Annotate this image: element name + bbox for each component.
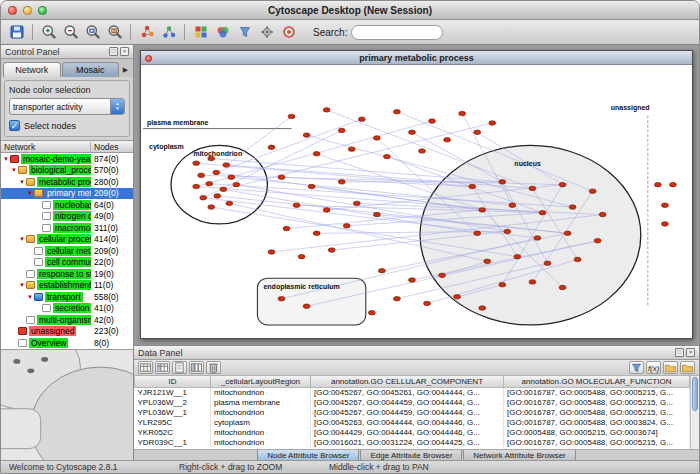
node[interactable]: [409, 130, 416, 134]
network-window-close-icon[interactable]: [145, 55, 152, 62]
table-cell[interactable]: [GO:0045267, GO:0044459, GO:0044444, G..…: [311, 407, 504, 417]
close-data-panel-icon[interactable]: [686, 348, 695, 357]
node[interactable]: [484, 259, 491, 263]
node[interactable]: [220, 187, 227, 191]
node[interactable]: [293, 203, 300, 207]
node[interactable]: [223, 163, 230, 167]
new-attribute-icon[interactable]: [172, 361, 187, 374]
edge[interactable]: [226, 116, 291, 165]
node[interactable]: [233, 182, 240, 186]
table-cell[interactable]: YDR039C__1: [135, 437, 211, 447]
table-cell[interactable]: [GO:0045267, GO:0044459, GO:0044444, G..…: [311, 397, 504, 407]
table-row[interactable]: YJR121W__1mitochondrion[GO:0045267, GO:0…: [135, 387, 690, 397]
node[interactable]: [373, 136, 380, 140]
column-header-cellularlayoutregion[interactable]: _cellularLayoutRegion: [211, 376, 311, 387]
table-cell[interactable]: [GO:0016787, GO:0005488, GO:0005215, G..…: [504, 387, 690, 397]
node[interactable]: [348, 147, 355, 151]
tab-mosaic[interactable]: Mosaic: [62, 62, 120, 77]
table-cell[interactable]: mitochondrion: [211, 427, 311, 437]
table-cell[interactable]: [GO:0016021, GO:0031224, GO:0044425, G..…: [311, 437, 504, 447]
node[interactable]: [323, 108, 330, 112]
column-header-id[interactable]: ID: [135, 376, 211, 387]
node[interactable]: [439, 273, 446, 277]
node-color-dropdown[interactable]: transporter activity: [9, 98, 125, 115]
tree-row-nucleobase[interactable]: nucleobase...64(0): [1, 199, 133, 211]
node[interactable]: [343, 224, 350, 228]
layout-settings-icon[interactable]: [256, 22, 277, 43]
node[interactable]: [313, 152, 320, 156]
node[interactable]: [424, 301, 431, 305]
table-cell[interactable]: YPL036W__2: [135, 397, 211, 407]
expander-icon[interactable]: ▼: [18, 236, 26, 242]
column-header-annotation-go-molecular-function[interactable]: annotation.GO MOLECULAR_FUNCTION: [504, 376, 690, 387]
node[interactable]: [569, 205, 576, 209]
table-row[interactable]: YKR052Cmitochondrion[GO:0044429, GO:0044…: [135, 427, 690, 437]
node[interactable]: [358, 117, 365, 121]
import-attributes-icon[interactable]: [663, 361, 678, 374]
node[interactable]: [283, 226, 290, 230]
node[interactable]: [539, 210, 546, 214]
table-cell[interactable]: mitochondrion: [211, 387, 311, 397]
tree-row-multi-organism-proc[interactable]: multi-organism proc...42(0): [1, 314, 133, 326]
node[interactable]: [670, 182, 677, 186]
node[interactable]: [419, 149, 426, 153]
node[interactable]: [474, 130, 481, 134]
node[interactable]: [353, 201, 360, 205]
tree-row-cellular-process[interactable]: ▼cellular process414(0): [1, 234, 133, 246]
table-row[interactable]: YPL036W__2plasma membrane[GO:0045267, GO…: [135, 397, 690, 407]
tree-row-transport[interactable]: ▼transport558(0): [1, 291, 133, 303]
function-builder-icon[interactable]: f(x): [646, 361, 661, 374]
table-cell[interactable]: [GO:0045263, GO:0044444, GO:0044446, G..…: [311, 417, 504, 427]
node[interactable]: [394, 110, 401, 114]
node[interactable]: [226, 201, 233, 205]
node[interactable]: [509, 203, 516, 207]
node[interactable]: [298, 254, 305, 258]
table-cell[interactable]: [GO:0016787, GO:0005488, GO:0005215, G..…: [504, 437, 690, 447]
node[interactable]: [654, 182, 661, 186]
column-header-annotation-go-cellular-component[interactable]: annotation.GO CELLULAR_COMPONENT: [311, 376, 504, 387]
node[interactable]: [474, 231, 481, 235]
float-data-panel-icon[interactable]: [675, 348, 684, 357]
filter-rows-icon[interactable]: [629, 361, 644, 374]
open-attribute-file-icon[interactable]: [680, 361, 695, 374]
table-cell[interactable]: mitochondrion: [211, 407, 311, 417]
tree-row-primary-metabolic-process[interactable]: ▼primary metabolic process209(0): [1, 188, 133, 200]
table-cell[interactable]: YLR295C: [135, 417, 211, 427]
node[interactable]: [303, 304, 310, 308]
table-cell[interactable]: [GO:0016787, GO:0005488, GO:0003824, G..…: [504, 417, 690, 427]
node[interactable]: [534, 236, 541, 240]
compartment-nucleus[interactable]: [420, 145, 641, 325]
node[interactable]: [206, 181, 213, 185]
node[interactable]: [323, 208, 330, 212]
node[interactable]: [499, 180, 506, 184]
tab-scroll-right-icon[interactable]: [120, 62, 131, 77]
node[interactable]: [661, 203, 668, 207]
tree-column-nodes[interactable]: Nodes: [91, 142, 133, 152]
table-cell[interactable]: YJR121W__1: [135, 387, 211, 397]
table-cell[interactable]: YPL036W__1: [135, 407, 211, 417]
node[interactable]: [338, 180, 345, 184]
table-cell[interactable]: [GO:0016787, GO:0005488, GO:0005215, G..…: [504, 407, 690, 417]
minimize-window-icon[interactable]: [23, 6, 32, 15]
node[interactable]: [328, 248, 335, 252]
node[interactable]: [409, 278, 416, 282]
float-panel-icon[interactable]: [109, 47, 118, 56]
node[interactable]: [303, 133, 310, 137]
tree-row-establishment-of-l[interactable]: ▼establishment of l...11(0): [1, 280, 133, 292]
show-graphics-details-icon[interactable]: [136, 22, 157, 43]
node[interactable]: [383, 154, 390, 158]
node[interactable]: [214, 194, 221, 198]
tree-row-biological-process[interactable]: ▼biological_process570(0): [1, 165, 133, 177]
zoom-window-icon[interactable]: [38, 6, 47, 15]
tree-row-nitrogen-compound[interactable]: nitrogen compound...49(0): [1, 211, 133, 223]
node[interactable]: [378, 268, 385, 272]
node[interactable]: [529, 280, 536, 284]
table-cell[interactable]: [GO:0044429, GO:0044444, GO:0044446, G..…: [311, 427, 504, 437]
node[interactable]: [564, 231, 571, 235]
node[interactable]: [338, 128, 345, 132]
tree-row-secretion[interactable]: secretion41(0): [1, 303, 133, 315]
node[interactable]: [278, 296, 285, 300]
table-cell[interactable]: [GO:0045267, GO:0045261, GO:0044444, G..…: [311, 387, 504, 397]
birdseye-view[interactable]: [1, 349, 133, 460]
table-cell[interactable]: plasma membrane: [211, 397, 311, 407]
